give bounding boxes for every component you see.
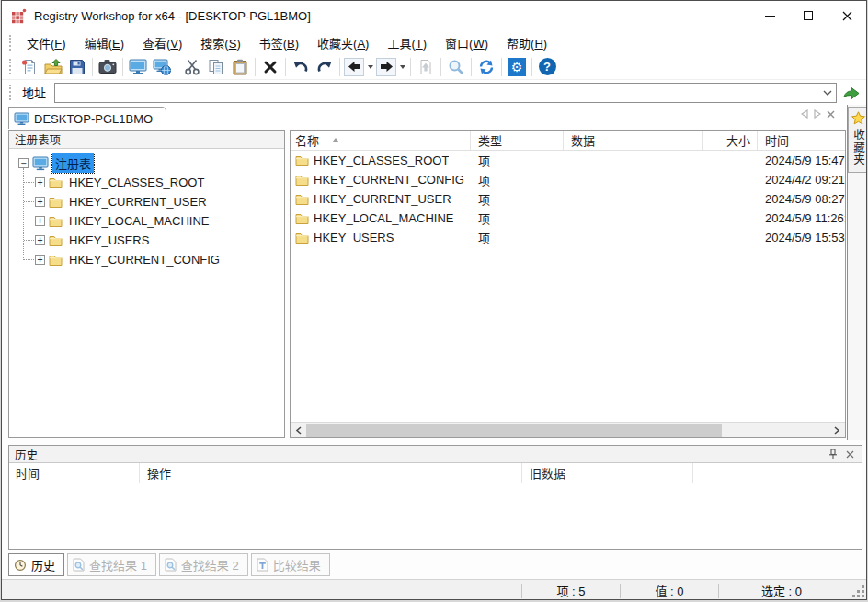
- redo-button[interactable]: [313, 56, 337, 78]
- minimize-button[interactable]: [750, 1, 789, 30]
- tree-item[interactable]: HKEY_CLASSES_ROOT: [9, 173, 284, 192]
- snapshot-button[interactable]: [96, 56, 120, 78]
- help-button[interactable]: [535, 56, 559, 78]
- tree-item-label[interactable]: HKEY_CURRENT_USER: [66, 194, 210, 210]
- cell-time: 2024/5/9 15:47:: [758, 153, 845, 167]
- collapse-icon[interactable]: [18, 158, 29, 168]
- expand-icon[interactable]: [35, 216, 45, 226]
- pin-button[interactable]: [825, 447, 841, 461]
- menu-gripper[interactable]: [9, 35, 14, 51]
- delete-button[interactable]: [258, 56, 282, 78]
- bottom-tab[interactable]: 历史: [8, 553, 64, 576]
- cell-type: 项: [471, 210, 564, 227]
- history-close-button[interactable]: [841, 447, 858, 461]
- new-file-button[interactable]: [17, 56, 41, 78]
- tab-scroll-right-icon[interactable]: [814, 109, 821, 119]
- menu-item[interactable]: 工具(T): [378, 31, 436, 54]
- table-row[interactable]: HKEY_CURRENT_CONFIG 项 2024/4/2 09:21:: [291, 170, 845, 189]
- expand-icon[interactable]: [35, 197, 45, 207]
- save-button[interactable]: [65, 56, 89, 78]
- menu-item[interactable]: 查看(V): [133, 31, 191, 54]
- address-input[interactable]: [55, 84, 836, 102]
- maximize-button[interactable]: [789, 1, 828, 30]
- paste-button[interactable]: [228, 56, 252, 78]
- toolbar-gripper[interactable]: [9, 59, 14, 74]
- undo-icon: [292, 60, 309, 74]
- scroll-left-icon[interactable]: [291, 423, 306, 437]
- tree-item-label[interactable]: HKEY_LOCAL_MACHINE: [66, 213, 211, 229]
- menu-item[interactable]: 编辑(E): [75, 31, 133, 54]
- column-header-data[interactable]: 数据: [564, 131, 703, 150]
- expand-icon[interactable]: [35, 235, 45, 245]
- cell-time: 2024/5/9 08:27:: [758, 192, 845, 206]
- tree-item[interactable]: HKEY_CURRENT_CONFIG: [9, 250, 284, 269]
- options-button[interactable]: [505, 56, 529, 78]
- bottom-tab[interactable]: 比较结果: [251, 553, 330, 576]
- history-column-time[interactable]: 时间: [9, 463, 140, 483]
- undo-button[interactable]: [289, 56, 313, 78]
- copy-button[interactable]: [204, 56, 228, 78]
- scrollbar-thumb[interactable]: [306, 424, 722, 437]
- tree-item-label[interactable]: HKEY_USERS: [66, 233, 152, 248]
- menu-item[interactable]: 文件(F): [17, 31, 75, 54]
- back-dropdown[interactable]: [365, 58, 375, 76]
- back-icon: [348, 61, 361, 73]
- bottom-tab[interactable]: 查找结果 2: [159, 553, 248, 576]
- resize-grip[interactable]: [844, 580, 867, 600]
- column-header-type[interactable]: 类型: [471, 131, 564, 150]
- bottom-tab[interactable]: 查找结果 1: [67, 553, 156, 576]
- tree-item-root[interactable]: 注册表: [9, 153, 284, 173]
- forward-button[interactable]: [376, 58, 396, 76]
- tree-item-label[interactable]: 注册表: [52, 153, 94, 173]
- tree-item-label[interactable]: HKEY_CURRENT_CONFIG: [66, 252, 223, 267]
- new-file-icon: [21, 59, 38, 75]
- address-gripper[interactable]: [9, 85, 14, 100]
- tab-desktop-pgl1bmo[interactable]: DESKTOP-PGL1BMO: [8, 107, 166, 130]
- cut-button[interactable]: [180, 56, 204, 78]
- menu-item[interactable]: 帮助(H): [497, 31, 556, 54]
- tree-item-label[interactable]: HKEY_CLASSES_ROOT: [66, 175, 207, 190]
- column-header-time[interactable]: 时间: [758, 131, 845, 150]
- close-button[interactable]: [828, 1, 866, 30]
- tab-close-icon[interactable]: [827, 110, 835, 119]
- bottom-tab-bar: 历史 查找结果 1 查找结果 2 比较结果: [8, 553, 330, 576]
- address-dropdown[interactable]: [818, 84, 836, 102]
- menu-item[interactable]: 收藏夹(A): [308, 31, 378, 54]
- tree-item[interactable]: HKEY_CURRENT_USER: [9, 192, 284, 211]
- compare-results-icon: [257, 558, 268, 572]
- tree-item[interactable]: HKEY_LOCAL_MACHINE: [9, 211, 284, 231]
- go-button[interactable]: [837, 82, 866, 104]
- table-row[interactable]: HKEY_CLASSES_ROOT 项 2024/5/9 15:47:: [291, 151, 845, 170]
- expand-icon[interactable]: [35, 255, 45, 265]
- up-button[interactable]: [414, 56, 438, 78]
- history-icon: [14, 559, 27, 572]
- scroll-right-icon[interactable]: [829, 423, 845, 437]
- open-button[interactable]: [41, 56, 65, 78]
- tab-scroll-left-icon[interactable]: [801, 109, 808, 119]
- local-computer-button[interactable]: [126, 56, 150, 78]
- favorites-tab[interactable]: 收藏夹: [848, 107, 867, 173]
- refresh-button[interactable]: [474, 56, 498, 78]
- remote-computer-button[interactable]: [150, 56, 174, 78]
- find-button[interactable]: [444, 56, 468, 78]
- history-column-operation[interactable]: 操作: [140, 463, 522, 483]
- expand-icon[interactable]: [35, 177, 45, 187]
- redo-icon: [316, 60, 333, 74]
- menu-item[interactable]: 窗口(W): [436, 31, 497, 54]
- menu-item[interactable]: 搜索(S): [191, 31, 249, 54]
- table-row[interactable]: HKEY_CURRENT_USER 项 2024/5/9 08:27:: [291, 189, 845, 209]
- back-button[interactable]: [344, 58, 364, 76]
- tree-item[interactable]: HKEY_USERS: [9, 231, 284, 250]
- title-bar: Registry Workshop for x64 - [DESKTOP-PGL…: [2, 1, 866, 30]
- folder-icon: [49, 215, 63, 227]
- table-row[interactable]: HKEY_USERS 项 2024/5/9 15:53:: [291, 228, 845, 247]
- menu-item[interactable]: 书签(B): [250, 31, 308, 54]
- forward-dropdown[interactable]: [397, 58, 407, 76]
- horizontal-scrollbar[interactable]: [291, 422, 845, 437]
- history-column-old-data[interactable]: 旧数据: [522, 463, 693, 483]
- column-header-name[interactable]: 名称: [291, 131, 471, 150]
- cell-type: 项: [471, 171, 564, 188]
- column-header-size[interactable]: 大小: [703, 131, 758, 150]
- cell-time: 2024/4/2 09:21:: [758, 173, 845, 187]
- table-row[interactable]: HKEY_LOCAL_MACHINE 项 2024/5/9 11:26:: [291, 209, 845, 228]
